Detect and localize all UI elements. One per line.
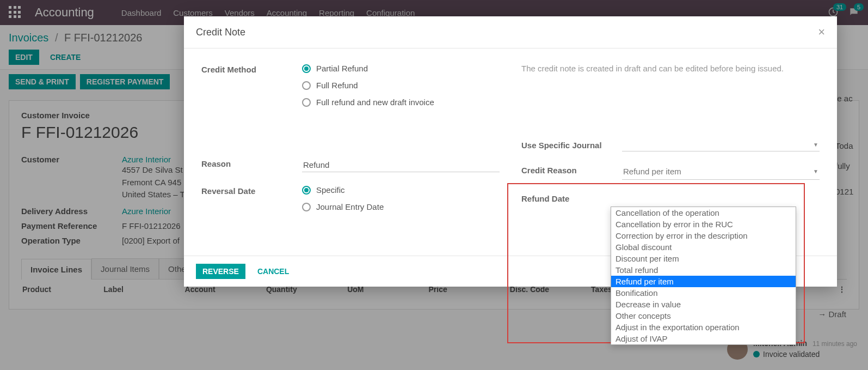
credit-method-label: Credit Method xyxy=(201,64,302,74)
credit-reason-label: Credit Reason xyxy=(521,165,622,175)
dropdown-option[interactable]: Bonification xyxy=(611,287,796,299)
reverse-button[interactable]: REVERSE xyxy=(196,264,245,279)
credit-reason-select[interactable]: Refund per item ▼ xyxy=(622,165,820,180)
radio-icon xyxy=(302,98,311,107)
radio-full-refund[interactable]: Full Refund xyxy=(302,81,500,90)
dropdown-option[interactable]: Global discount xyxy=(611,241,796,253)
close-icon[interactable]: × xyxy=(818,26,825,38)
chevron-down-icon: ▼ xyxy=(813,142,818,148)
chevron-down-icon: ▼ xyxy=(813,168,818,174)
dropdown-option[interactable]: Cancellation by error in the RUC xyxy=(611,219,796,230)
dropdown-option[interactable]: Cancellation of the operation xyxy=(611,207,796,219)
dropdown-option[interactable]: Adjust of IVAP xyxy=(611,333,796,344)
reason-label: Reason xyxy=(201,158,302,168)
radio-full-refund-draft[interactable]: Full refund and new draft invoice xyxy=(302,98,500,107)
radio-partial-refund[interactable]: Partial Refund xyxy=(302,64,500,73)
dropdown-option[interactable]: Adjust in the exportation operation xyxy=(611,322,796,333)
journal-label: Use Specific Journal xyxy=(521,139,622,150)
dropdown-option[interactable]: Total refund xyxy=(611,264,796,276)
radio-icon xyxy=(302,81,311,90)
dropdown-option[interactable]: Refund per item xyxy=(611,276,796,287)
radio-journal-entry-date[interactable]: Journal Entry Date xyxy=(302,202,500,211)
credit-reason-dropdown[interactable]: Cancellation of the operationCancellatio… xyxy=(611,207,796,345)
dropdown-option[interactable]: Other concepts xyxy=(611,310,796,322)
cancel-button[interactable]: CANCEL xyxy=(251,264,296,279)
radio-icon xyxy=(302,64,311,73)
journal-select[interactable]: ▼ xyxy=(622,139,820,151)
dropdown-option[interactable]: Correction by error in the description xyxy=(611,230,796,241)
refund-date-label: Refund Date xyxy=(521,193,622,203)
reason-input[interactable] xyxy=(302,158,500,172)
dropdown-option[interactable]: Discount per item xyxy=(611,253,796,264)
radio-specific[interactable]: Specific xyxy=(302,185,500,195)
dropdown-option[interactable]: Decrease in value xyxy=(611,299,796,310)
reversal-date-label: Reversal Date xyxy=(201,185,302,196)
radio-icon xyxy=(302,186,311,195)
modal-helptext: The credit note is created in draft and … xyxy=(521,64,820,73)
radio-icon xyxy=(302,203,311,211)
modal-title: Credit Note xyxy=(196,27,245,38)
